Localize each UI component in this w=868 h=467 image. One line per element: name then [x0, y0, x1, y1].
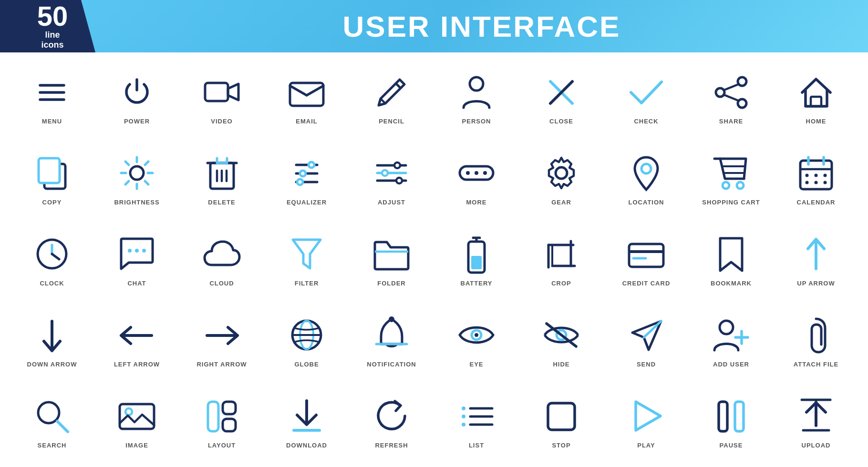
upload-icon	[795, 395, 837, 438]
check-cell: CHECK	[604, 57, 689, 138]
folder-label: FOLDER	[377, 280, 405, 287]
svg-rect-74	[471, 256, 482, 269]
more-label: MORE	[466, 199, 487, 206]
battery-cell: BATTERY	[434, 219, 519, 300]
attach-file-icon	[795, 314, 837, 357]
chat-cell: CHAT	[94, 219, 179, 300]
svg-rect-117	[735, 402, 744, 431]
adjust-icon	[370, 152, 413, 195]
more-cell: MORE	[434, 138, 519, 219]
svg-point-42	[382, 170, 388, 176]
equalizer-icon	[285, 152, 328, 195]
svg-point-49	[641, 164, 651, 173]
svg-rect-17	[39, 158, 60, 183]
svg-rect-15	[811, 97, 821, 106]
icons-label: icons	[41, 40, 63, 50]
pause-icon	[710, 395, 753, 438]
refresh-icon	[370, 395, 413, 438]
bookmark-label: BOOKMARK	[711, 280, 752, 287]
person-label: PERSON	[462, 118, 491, 125]
shopping-cart-cell: SHOPPING CART	[689, 138, 774, 219]
email-icon	[285, 71, 328, 114]
icon-count-badge: 50 line icons	[0, 0, 95, 52]
notification-label: NOTIFICATION	[367, 361, 416, 368]
list-icon	[455, 395, 498, 438]
svg-point-68	[135, 249, 139, 253]
bookmark-cell: BOOKMARK	[689, 219, 774, 300]
email-label: EMAIL	[296, 118, 317, 125]
clock-label: CLOCK	[40, 280, 64, 287]
send-label: SEND	[637, 361, 656, 368]
svg-line-6	[381, 99, 385, 103]
download-icon	[285, 395, 328, 438]
send-icon	[625, 314, 668, 357]
refresh-label: REFRESH	[375, 442, 408, 449]
brightness-icon	[115, 152, 158, 195]
pencil-cell: PENCIL	[349, 57, 434, 138]
svg-point-10	[738, 77, 746, 86]
credit-card-icon	[625, 233, 668, 276]
svg-point-60	[824, 173, 827, 177]
up-arrow-icon	[795, 233, 837, 276]
svg-point-100	[38, 402, 59, 423]
calendar-icon	[795, 152, 837, 195]
svg-line-24	[145, 181, 148, 184]
svg-point-37	[297, 179, 303, 185]
right-arrow-cell: RIGHT ARROW	[179, 300, 264, 381]
layout-label: LAYOUT	[208, 442, 236, 449]
stop-icon	[540, 395, 583, 438]
hide-cell: HIDE	[519, 300, 604, 381]
svg-line-5	[396, 83, 401, 88]
upload-label: UPLOAD	[802, 442, 831, 449]
clock-icon	[31, 233, 73, 276]
svg-line-23	[125, 162, 129, 165]
add-user-icon	[710, 314, 753, 357]
download-label: DOWNLOAD	[286, 442, 327, 449]
clock-cell: CLOCK	[10, 219, 94, 300]
svg-point-43	[396, 178, 402, 183]
power-label: POWER	[124, 118, 150, 125]
cloud-icon	[200, 233, 243, 276]
right-arrow-label: RIGHT ARROW	[196, 361, 247, 368]
filter-cell: FILTER	[264, 219, 349, 300]
svg-point-63	[824, 181, 827, 184]
svg-point-67	[128, 249, 132, 253]
power-cell: POWER	[94, 57, 179, 138]
eye-icon	[455, 314, 498, 357]
copy-cell: COPY	[10, 138, 94, 219]
pencil-label: PENCIL	[379, 118, 404, 125]
shopping-cart-icon	[710, 152, 753, 195]
check-label: CHECK	[634, 118, 658, 125]
power-icon	[115, 71, 158, 114]
right-arrow-icon	[200, 314, 243, 357]
svg-rect-104	[208, 402, 218, 431]
image-cell: IMAGE	[94, 381, 179, 462]
more-icon	[455, 152, 498, 195]
svg-point-62	[815, 181, 818, 184]
svg-point-93	[475, 333, 478, 337]
brightness-label: BRIGHTNESS	[114, 199, 159, 206]
home-label: HOME	[806, 118, 827, 125]
person-cell: PERSON	[434, 57, 519, 138]
person-icon	[455, 71, 498, 114]
adjust-cell: ADJUST	[349, 138, 434, 219]
svg-rect-106	[223, 419, 236, 431]
play-icon	[625, 395, 668, 438]
cloud-label: CLOUD	[209, 280, 234, 287]
svg-rect-115	[548, 403, 575, 430]
equalizer-cell: EQUALIZER	[264, 138, 349, 219]
email-cell: EMAIL	[264, 57, 349, 138]
location-icon	[625, 152, 668, 195]
hide-icon	[540, 314, 583, 357]
equalizer-label: EQUALIZER	[287, 199, 327, 206]
left-arrow-label: LEFT ARROW	[114, 361, 160, 368]
up-arrow-cell: UP ARROW	[774, 219, 858, 300]
svg-rect-80	[629, 244, 663, 267]
svg-rect-105	[223, 402, 236, 414]
svg-point-47	[483, 171, 487, 175]
layout-cell: LAYOUT	[179, 381, 264, 462]
crop-label: CROP	[551, 280, 571, 287]
gear-label: GEAR	[551, 199, 571, 206]
menu-cell: MENU	[10, 57, 94, 138]
svg-line-26	[125, 181, 129, 184]
